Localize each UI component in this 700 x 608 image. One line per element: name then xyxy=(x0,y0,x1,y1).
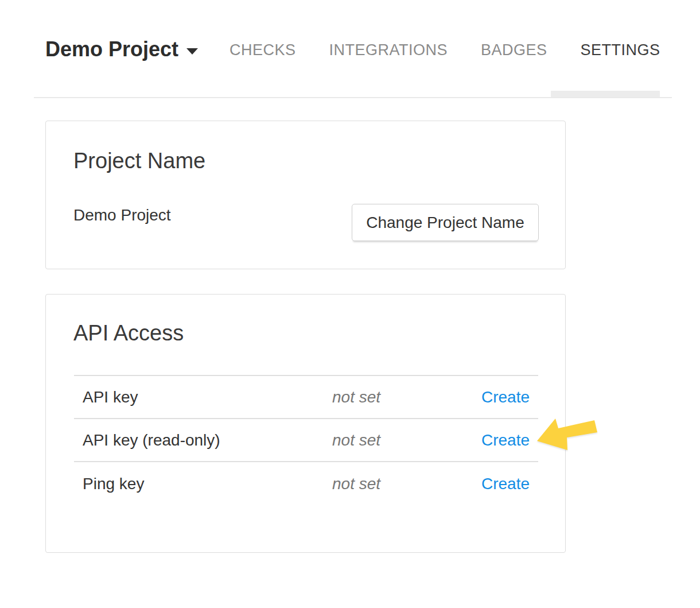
current-project-name: Demo Project xyxy=(73,207,171,223)
key-value: not set xyxy=(332,388,481,406)
project-switcher[interactable]: Demo Project xyxy=(45,39,198,60)
create-link[interactable]: Create xyxy=(481,475,530,493)
header-divider xyxy=(34,97,672,98)
key-value: not set xyxy=(332,431,481,450)
table-row: API key (read-only) not set Create xyxy=(74,419,538,462)
settings-page: Demo Project CHECKSINTEGRATIONSBADGESSET… xyxy=(0,0,700,608)
create-link[interactable]: Create xyxy=(481,431,530,449)
key-label: API key xyxy=(74,388,332,406)
tab-settings[interactable]: SETTINGS xyxy=(581,42,660,58)
key-value: not set xyxy=(332,475,481,493)
tab-integrations[interactable]: INTEGRATIONS xyxy=(329,42,448,58)
key-label: API key (read-only) xyxy=(74,431,332,450)
key-label: Ping key xyxy=(74,475,332,493)
change-project-name-button[interactable]: Change Project Name xyxy=(352,204,539,241)
tab-badges[interactable]: BADGES xyxy=(481,42,547,58)
api-keys-table: API key not set Create API key (read-onl… xyxy=(74,375,538,505)
api-access-card: API Access API key not set Create API ke… xyxy=(45,294,566,553)
project-name-heading: Project Name xyxy=(73,150,205,172)
caret-down-icon xyxy=(186,48,198,55)
api-access-heading: API Access xyxy=(73,322,184,344)
project-title: Demo Project xyxy=(45,39,178,60)
tab-checks[interactable]: CHECKS xyxy=(230,42,296,58)
table-row: API key not set Create xyxy=(74,376,538,419)
table-row: Ping key not set Create xyxy=(74,462,538,505)
main-nav: CHECKSINTEGRATIONSBADGESSETTINGS xyxy=(230,42,660,58)
project-name-card: Project Name Demo Project Change Project… xyxy=(45,121,566,269)
create-link[interactable]: Create xyxy=(481,388,530,406)
